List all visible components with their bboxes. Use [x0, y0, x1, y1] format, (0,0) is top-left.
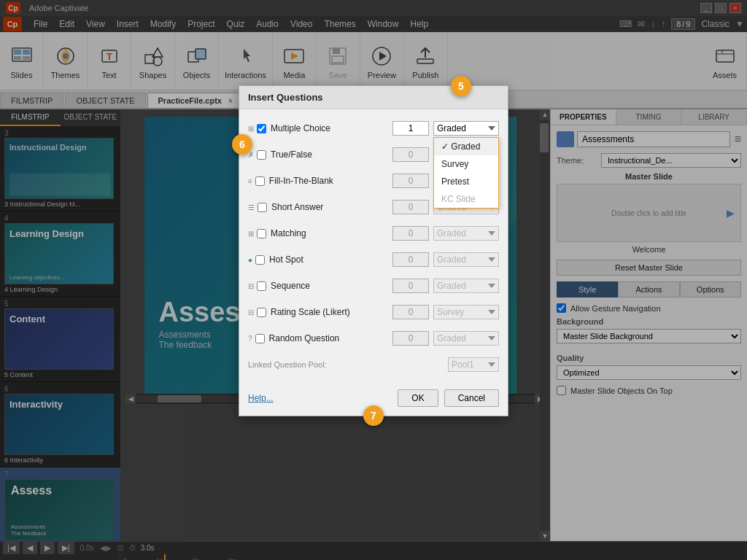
linked-pool-label: Linked Question Pool:	[248, 360, 448, 369]
ok-button[interactable]: OK	[398, 389, 438, 407]
dialog-row-icon-rs: ⊟	[248, 308, 254, 316]
short-answer-checkbox[interactable]	[258, 203, 267, 212]
hot-spot-label: Hot Spot	[269, 254, 388, 265]
multiple-choice-checkbox[interactable]	[257, 124, 266, 133]
dialog-row-matching: ⊞ Matching Graded	[248, 223, 499, 244]
rating-scale-label: Rating Scale (Likert)	[271, 307, 388, 317]
dialog-row-icon-sa: ☰	[248, 203, 255, 211]
dialog-row-random-question: ? Random Question Graded	[248, 328, 499, 349]
step-6-bubble: 6	[232, 134, 252, 155]
fill-blank-count[interactable]	[392, 174, 429, 188]
linked-pool-row: Linked Question Pool: Pool1	[248, 354, 499, 375]
sequence-checkbox[interactable]	[257, 281, 266, 291]
fill-blank-label: Fill-In-The-Blank	[269, 176, 388, 186]
hot-spot-checkbox[interactable]	[255, 255, 265, 265]
insert-questions-dialog: 5 Insert Questions ⊞ Multiple Choice Gra…	[239, 85, 508, 416]
matching-label: Matching	[271, 228, 388, 238]
multiple-choice-type-select[interactable]: Graded Survey Pretest KC Slide	[433, 121, 499, 136]
multiple-choice-count[interactable]	[392, 121, 429, 136]
dialog-title: Insert Questions	[248, 92, 323, 103]
dialog-row-hot-spot: ● Hot Spot Graded	[248, 249, 499, 270]
random-question-count[interactable]	[392, 331, 429, 346]
random-question-checkbox[interactable]	[255, 334, 265, 343]
rating-scale-type-select[interactable]: Survey	[433, 305, 499, 319]
rating-scale-count[interactable]	[392, 305, 429, 319]
dialog-row-multiple-choice: ⊞ Multiple Choice Graded Survey Pretest …	[248, 118, 499, 139]
matching-checkbox[interactable]	[257, 229, 266, 238]
sequence-type-select[interactable]: Graded	[433, 279, 499, 293]
linked-pool-select[interactable]: Pool1	[448, 357, 499, 372]
hot-spot-count[interactable]	[392, 252, 429, 267]
rating-scale-checkbox[interactable]	[257, 308, 266, 317]
fill-blank-checkbox[interactable]	[255, 176, 265, 186]
dialog-row-icon-mc: ⊞	[248, 125, 254, 133]
sequence-label: Sequence	[271, 281, 388, 291]
multiple-choice-dropdown[interactable]: Graded Survey Pretest KC Slide	[433, 137, 499, 209]
true-false-label: True/False	[271, 149, 388, 160]
hot-spot-type-select[interactable]: Graded	[433, 252, 499, 267]
step-7-bubble: 7	[363, 405, 384, 426]
dialog-row-icon-rq: ?	[248, 335, 252, 343]
short-answer-label: Short Answer	[271, 202, 388, 212]
dialog-row-sequence: ⊟ Sequence Graded	[248, 276, 499, 296]
random-question-label: Random Question	[269, 333, 388, 343]
dropdown-survey[interactable]: Survey	[434, 155, 498, 173]
matching-type-select[interactable]: Graded	[433, 226, 499, 241]
cancel-button[interactable]: Cancel	[444, 389, 499, 407]
multiple-choice-label: Multiple Choice	[271, 123, 388, 133]
matching-count[interactable]	[392, 226, 429, 241]
dropdown-graded[interactable]: Graded	[434, 138, 498, 155]
dropdown-pretest[interactable]: Pretest	[434, 173, 498, 190]
dropdown-kc-slide: KC Slide	[434, 190, 498, 208]
short-answer-count[interactable]	[392, 200, 429, 214]
help-link[interactable]: Help...	[248, 393, 274, 403]
random-question-type-select[interactable]: Graded	[433, 331, 499, 346]
dialog-overlay: 5 Insert Questions ⊞ Multiple Choice Gra…	[0, 0, 747, 560]
dialog-body: ⊞ Multiple Choice Graded Survey Pretest …	[239, 109, 508, 384]
dialog-row-icon-fb: ≡	[248, 177, 252, 185]
sequence-count[interactable]	[392, 279, 429, 293]
multiple-choice-type-wrap: Graded Survey Pretest KC Slide Graded Su…	[433, 121, 499, 136]
step-5-bubble: 5	[451, 76, 471, 96]
true-false-checkbox[interactable]	[257, 150, 266, 160]
dialog-row-icon-hs: ●	[248, 256, 252, 264]
dialog-row-icon-match: ⊞	[248, 230, 254, 238]
true-false-count[interactable]	[392, 147, 429, 162]
dialog-row-rating-scale: ⊟ Rating Scale (Likert) Survey	[248, 302, 499, 322]
dialog-row-icon-seq: ⊟	[248, 282, 254, 290]
